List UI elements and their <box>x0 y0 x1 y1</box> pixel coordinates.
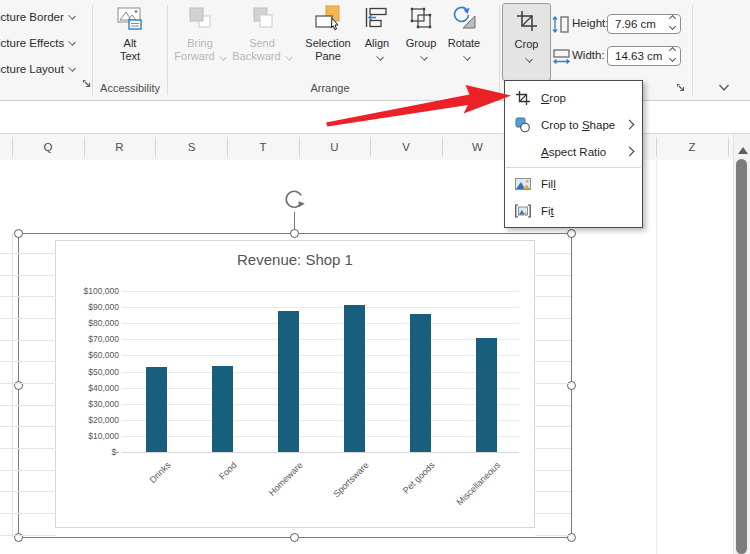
chevron-down-icon <box>68 64 76 72</box>
picture-border-label: icture Border <box>0 11 64 23</box>
group-button[interactable]: Group <box>397 3 445 81</box>
row-gridline <box>0 361 56 362</box>
crop-icon <box>514 89 532 107</box>
group-label: Group <box>406 37 437 50</box>
column-border <box>442 137 443 157</box>
column-border <box>227 137 228 157</box>
y-axis-tick-label: $10,000 <box>64 431 119 441</box>
scrollbar-thumb[interactable] <box>736 159 747 554</box>
column-border <box>728 137 729 157</box>
x-axis-category-label: Food <box>217 460 239 482</box>
selection-pane-button[interactable]: Selection Pane <box>299 3 357 81</box>
y-axis-tick-label: $70,000 <box>64 334 119 344</box>
column-border <box>12 137 13 157</box>
chart-gridline <box>122 388 519 389</box>
align-label: Align <box>365 37 389 50</box>
y-axis-tick-label: $100,000 <box>64 286 119 296</box>
width-label: Width: <box>572 49 605 61</box>
crop-button[interactable]: Crop <box>502 3 551 81</box>
menu-item-crop[interactable]: Crop <box>505 84 642 111</box>
width-icon <box>552 48 571 65</box>
row-gridline <box>0 513 56 514</box>
y-axis-tick-label: $90,000 <box>64 302 119 312</box>
size-dialog-launcher-icon[interactable] <box>676 83 686 93</box>
column-header-S[interactable]: S <box>172 134 212 160</box>
excel-window: icture Border icture Effects icture Layo… <box>0 0 750 554</box>
collapse-ribbon-icon[interactable] <box>718 83 730 93</box>
picture-layout-label: icture Layout <box>0 63 64 75</box>
row-gridline <box>535 426 571 427</box>
bring-forward-label-1: Bring <box>187 37 213 50</box>
y-axis-tick-label: $- <box>64 447 119 457</box>
x-axis-category-label: Pet goods <box>401 460 437 496</box>
scroll-up-icon[interactable] <box>738 147 748 154</box>
no-icon <box>514 143 532 161</box>
width-value: 14.63 cm <box>615 50 662 62</box>
column-gridline <box>12 233 13 537</box>
x-axis-category-label: Miscellaneous <box>455 460 502 507</box>
column-header-Q[interactable]: Q <box>28 134 68 160</box>
rotate-icon <box>450 3 478 35</box>
picture-layout-menu[interactable]: icture Layout <box>0 61 75 77</box>
row-gridline <box>0 470 56 471</box>
column-header-U[interactable]: U <box>315 134 355 160</box>
chart-bar <box>476 338 497 452</box>
menu-item-label: Fill <box>541 178 556 190</box>
resize-handle-bottom-middle[interactable] <box>290 533 299 542</box>
width-stepper[interactable] <box>670 48 675 61</box>
rotate-handle-icon[interactable] <box>283 188 306 212</box>
alt-text-icon <box>115 3 145 35</box>
resize-handle-top-middle[interactable] <box>290 229 299 238</box>
row-gridline <box>535 448 571 449</box>
menu-item-crop-to-shape[interactable]: Crop to Shape <box>505 111 642 138</box>
chevron-down-icon <box>376 53 384 61</box>
row-gridline <box>0 448 56 449</box>
chart-gridline <box>122 307 519 308</box>
height-input[interactable]: 7.96 cm <box>607 14 681 34</box>
alt-text-button[interactable]: Alt Text <box>104 3 156 81</box>
row-gridline <box>535 253 571 254</box>
row-gridline <box>535 535 571 536</box>
resize-handle-top-left[interactable] <box>14 229 23 238</box>
column-header-W[interactable]: W <box>458 134 498 160</box>
row-gridline <box>0 405 56 406</box>
chart-gridline <box>122 404 519 405</box>
y-axis-tick-label: $40,000 <box>64 383 119 393</box>
column-header-V[interactable]: V <box>386 134 426 160</box>
row-gridline <box>0 535 56 536</box>
menu-item-fill[interactable]: Fill <box>505 170 642 197</box>
align-button[interactable]: Align <box>353 3 401 81</box>
submenu-arrow-icon <box>625 147 635 157</box>
selection-pane-label-1: Selection <box>305 37 350 50</box>
picture-border-menu[interactable]: icture Border <box>0 9 75 25</box>
chevron-down-icon <box>285 53 293 61</box>
alt-text-label-2: Text <box>120 50 140 63</box>
chart[interactable]: Revenue: Shop 1 $100,000$90,000$80,000$7… <box>55 240 535 528</box>
menu-item-label: Fit <box>541 205 554 217</box>
y-axis-tick-label: $30,000 <box>64 399 119 409</box>
chart-bar <box>410 314 431 452</box>
crop-dropdown-menu: CropCrop to ShapeAspect RatioFillFit <box>504 80 643 228</box>
resize-handle-top-right[interactable] <box>567 229 576 238</box>
row-gridline <box>535 513 571 514</box>
column-header-R[interactable]: R <box>100 134 140 160</box>
column-header-T[interactable]: T <box>243 134 283 160</box>
dialog-launcher-icon[interactable] <box>82 79 92 89</box>
menu-item-label: Crop to Shape <box>541 119 615 131</box>
menu-item-fit[interactable]: Fit <box>505 197 642 224</box>
chart-bar <box>278 311 299 452</box>
column-border <box>299 137 300 157</box>
picture-effects-label: icture Effects <box>0 37 64 49</box>
row-gridline <box>535 491 571 492</box>
rotate-button[interactable]: Rotate <box>440 3 488 81</box>
menu-item-aspect-ratio[interactable]: Aspect Ratio <box>505 138 642 165</box>
selection-pane-label-2: Pane <box>315 50 341 63</box>
height-stepper[interactable] <box>670 16 675 29</box>
chevron-down-icon <box>420 53 428 61</box>
row-gridline <box>535 383 571 384</box>
y-axis-tick-label: $20,000 <box>64 415 119 425</box>
group-icon <box>407 3 435 35</box>
width-input[interactable]: 14.63 cm <box>607 46 681 66</box>
picture-effects-menu[interactable]: icture Effects <box>0 35 75 51</box>
column-header-Z[interactable]: Z <box>672 134 712 160</box>
